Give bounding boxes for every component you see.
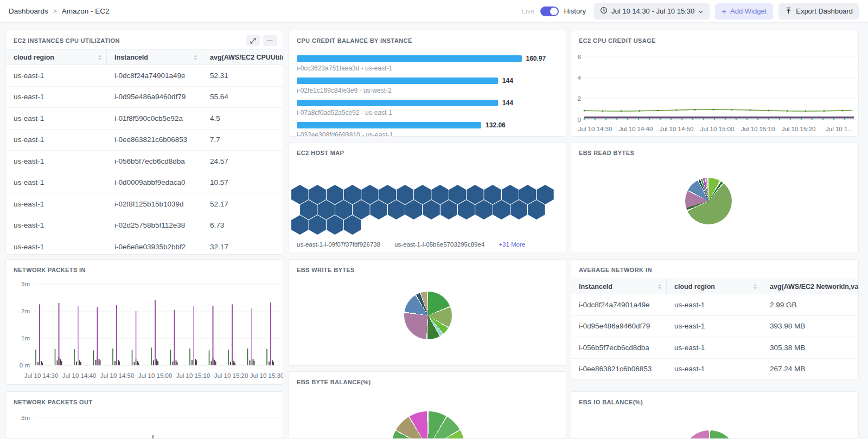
host-hexagon[interactable] <box>431 185 449 204</box>
table-cell: 305.38 MB <box>762 344 858 352</box>
host-hexagon[interactable] <box>493 200 510 220</box>
table-cell: us-east-1 <box>6 178 107 186</box>
table-cell: us-east-1 <box>6 221 107 229</box>
breadcrumb-current: Amazon - EC2 <box>62 7 110 15</box>
host-hexagon[interactable] <box>353 200 370 220</box>
table-cell: i-0ee863821c6b06853 <box>571 365 667 373</box>
host-hexagon[interactable] <box>361 185 379 204</box>
svg-text:0: 0 <box>578 117 581 123</box>
network-packets-in-chart: 3m2m1m0 mJul 10 14:30Jul 10 14:40Jul 10 … <box>6 275 283 384</box>
host-hexagon[interactable] <box>379 185 397 204</box>
svg-text:Jul 10 14:50: Jul 10 14:50 <box>660 126 694 132</box>
host-hexagon[interactable] <box>537 185 554 204</box>
svg-text:3m: 3m <box>21 281 30 287</box>
host-hexagon[interactable] <box>475 200 493 220</box>
host-hexagon[interactable] <box>309 185 326 204</box>
time-range-button[interactable]: Jul 10 14:30 - Jul 10 15:30 <box>593 3 710 20</box>
table-cell: 32.17 <box>202 243 283 251</box>
table-cell: i-0dc8f24a74901a49e <box>571 301 667 309</box>
panel-title: EC2 INSTANCES CPU UTILIZATION <box>6 30 283 44</box>
svg-text:Jul 10 15:10: Jul 10 15:10 <box>741 126 775 132</box>
bar-value: 132.06 <box>486 121 506 129</box>
more-icon[interactable]: ··· <box>263 35 277 46</box>
toggle-knob <box>550 8 558 15</box>
column-header-instanceid[interactable]: InstanceId <box>107 50 202 64</box>
credit-balance-bar-chart: 160.97i-0cc3623a751faea3d - us-east-1144… <box>289 44 566 137</box>
more-hosts-link[interactable]: +31 More <box>499 241 525 248</box>
host-hexagon[interactable] <box>405 200 423 220</box>
host-hexagon[interactable] <box>291 215 309 235</box>
ebs-byte-balance-pie <box>391 411 465 439</box>
panel-ebs-io-balance: EBS IO BALANCE(%) <box>571 391 859 439</box>
ebs-io-balance-pie <box>682 430 737 439</box>
bar <box>297 100 498 106</box>
svg-text:Jul 10 15:00: Jul 10 15:00 <box>700 126 735 132</box>
cpu-credit-usage-chart: 6420Jul 10 14:30Jul 10 14:40Jul 10 14:50… <box>571 46 858 136</box>
host-hexagon[interactable] <box>467 185 484 204</box>
bar-label: i-0cc3623a751faea3d - us-east-1 <box>297 64 558 72</box>
panel-title: EBS BYTE BALANCE(%) <box>289 372 566 385</box>
host-hexagon[interactable] <box>344 185 361 204</box>
host-hexagon[interactable] <box>291 185 309 204</box>
host-hexagon[interactable] <box>388 200 405 220</box>
host-hexagon[interactable] <box>327 185 344 204</box>
bar-row: 160.97i-0cc3623a751faea3d - us-east-1 <box>297 55 558 72</box>
table-row: us-east-1i-0ee863821c6b068537.7 <box>6 130 283 151</box>
cpu-utilization-table: cloud region InstanceId avg(AWS/EC2 CPUU… <box>6 49 283 255</box>
sort-icon <box>754 284 757 289</box>
table-cell: i-0dc8f24a74901a49e <box>107 72 202 80</box>
column-header-avg-cpu[interactable]: avg(AWS/EC2 CPUUtilization,v <box>202 50 283 64</box>
host-hexagon[interactable] <box>414 185 431 204</box>
ebs-read-bytes-pie <box>685 178 732 224</box>
host-hexagon[interactable] <box>335 200 353 220</box>
bar <box>297 78 498 84</box>
host-hexagon[interactable] <box>484 185 501 204</box>
svg-text:6: 6 <box>578 54 581 60</box>
table-row: us-east-1i-0e6e8e03935b2bbf232.17 <box>6 236 283 255</box>
table-cell: us-east-1 <box>667 322 762 330</box>
table-cell: i-056b5f7ecb6cd8dba <box>107 157 202 165</box>
breadcrumb-dashboards[interactable]: Dashboards <box>9 7 48 15</box>
table-row: us-east-1i-01f8f590c0cb5e92a4.5 <box>6 108 283 130</box>
host-map-legend: us-east-1-i-09f07f37fdf926738 us-east-1-… <box>297 241 525 248</box>
table-cell: 24.57 <box>202 157 283 165</box>
table-cell: i-0d95e486a9460df79 <box>571 322 667 330</box>
host-hexagon[interactable] <box>528 200 545 220</box>
clock-icon <box>600 7 608 16</box>
panel-title: EBS READ BYTES <box>571 143 858 156</box>
panel-ec2-cpu-credit-usage: EC2 CPU CREDIT USAGE 6420Jul 10 14:30Jul… <box>571 30 859 137</box>
host-hexagon[interactable] <box>502 185 519 204</box>
host-hexagon[interactable] <box>300 200 317 220</box>
expand-icon[interactable] <box>246 35 260 46</box>
host-hexagon[interactable] <box>327 215 344 235</box>
table-cell: i-056b5f7ecb6cd8dba <box>571 344 667 352</box>
table-cell: us-east-1 <box>667 344 762 352</box>
average-network-in-table: InstanceId cloud region avg(AWS/EC2 Netw… <box>571 279 858 379</box>
export-dashboard-button[interactable]: Export Dashboard <box>778 3 859 20</box>
column-header-avg-network-in[interactable]: avg(AWS/EC2 NetworkIn,value <box>762 279 858 294</box>
column-header-cloud-region[interactable]: cloud region <box>667 279 762 294</box>
panel-cpu-credit-balance: CPU CREDIT BALANCE BY INSTANCE 160.97i-0… <box>289 30 566 137</box>
svg-text:Jul 10 15:00: Jul 10 15:00 <box>138 372 173 379</box>
svg-text:Jul 10 14:30: Jul 10 14:30 <box>24 372 59 379</box>
host-hexagon[interactable] <box>317 200 335 220</box>
column-header-cloud-region[interactable]: cloud region <box>6 50 107 64</box>
host-hexagon[interactable] <box>397 185 414 204</box>
add-widget-button[interactable]: + Add Widget <box>715 3 773 20</box>
host-hexagon[interactable] <box>441 200 458 220</box>
live-history-toggle[interactable] <box>540 7 559 16</box>
column-header-instanceid[interactable]: InstanceId <box>571 279 667 294</box>
svg-text:Jul 10 15:30: Jul 10 15:30 <box>250 372 283 379</box>
host-hexagon[interactable] <box>370 200 387 220</box>
host-hexagon[interactable] <box>309 215 326 235</box>
host-hexagon[interactable] <box>510 200 528 220</box>
bar-label: i-07a8cf0ad52a5ce92 - us-east-1 <box>297 109 558 117</box>
host-hexagon[interactable] <box>449 185 467 204</box>
host-hexagon[interactable] <box>458 200 475 220</box>
table-cell: us-east-1 <box>6 157 107 165</box>
host-hexagon[interactable] <box>423 200 440 220</box>
svg-text:Jul 10 15:20: Jul 10 15:20 <box>782 126 816 132</box>
host-hexagon[interactable] <box>519 185 537 204</box>
host-hexagon[interactable] <box>344 215 361 235</box>
table-cell: i-0d0009abbf9edaca0 <box>107 178 202 186</box>
